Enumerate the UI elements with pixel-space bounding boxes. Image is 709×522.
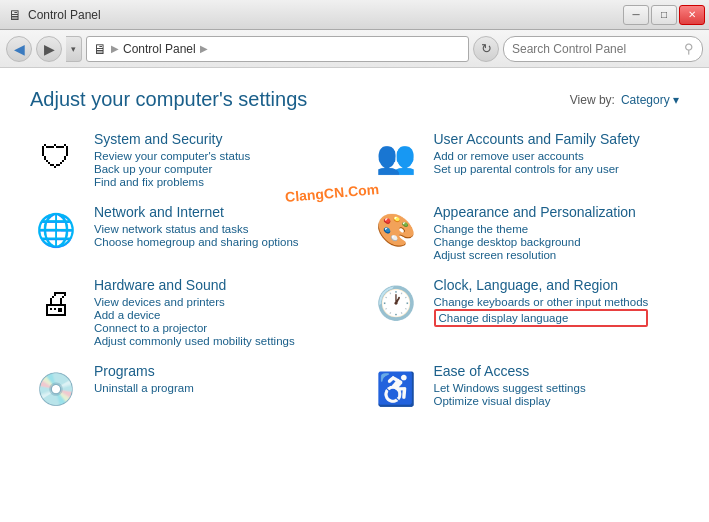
category-link-appearance[interactable]: Adjust screen resolution bbox=[434, 249, 636, 261]
categories-grid: 🛡System and SecurityReview your computer… bbox=[30, 131, 679, 415]
category-link-hardware-sound[interactable]: View devices and printers bbox=[94, 296, 295, 308]
category-title-ease-of-access[interactable]: Ease of Access bbox=[434, 363, 586, 379]
category-link-hardware-sound[interactable]: Adjust commonly used mobility settings bbox=[94, 335, 295, 347]
category-title-appearance[interactable]: Appearance and Personalization bbox=[434, 204, 636, 220]
category-link-appearance[interactable]: Change desktop background bbox=[434, 236, 636, 248]
restore-button[interactable]: □ bbox=[651, 5, 677, 25]
forward-button[interactable]: ▶ bbox=[36, 36, 62, 62]
path-separator-1: ▶ bbox=[111, 43, 119, 54]
view-by-value[interactable]: Category ▾ bbox=[621, 93, 679, 107]
category-link-system-security[interactable]: Find and fix problems bbox=[94, 176, 250, 188]
category-link-clock-language[interactable]: Change display language bbox=[434, 309, 649, 327]
category-icon-network-internet: 🌐 bbox=[30, 204, 82, 256]
back-button[interactable]: ◀ bbox=[6, 36, 32, 62]
window-title: Control Panel bbox=[28, 8, 101, 22]
category-title-clock-language[interactable]: Clock, Language, and Region bbox=[434, 277, 649, 293]
category-link-appearance[interactable]: Change the theme bbox=[434, 223, 636, 235]
category-title-network-internet[interactable]: Network and Internet bbox=[94, 204, 299, 220]
category-icon-ease-of-access: ♿ bbox=[370, 363, 422, 415]
category-link-system-security[interactable]: Back up your computer bbox=[94, 163, 250, 175]
category-link-system-security[interactable]: Review your computer's status bbox=[94, 150, 250, 162]
category-item-hardware-sound: 🖨Hardware and SoundView devices and prin… bbox=[30, 277, 340, 347]
category-icon-user-accounts: 👥 bbox=[370, 131, 422, 183]
category-title-user-accounts[interactable]: User Accounts and Family Safety bbox=[434, 131, 640, 147]
category-link-network-internet[interactable]: View network status and tasks bbox=[94, 223, 299, 235]
category-link-hardware-sound[interactable]: Add a device bbox=[94, 309, 295, 321]
category-link-ease-of-access[interactable]: Optimize visual display bbox=[434, 395, 586, 407]
category-title-hardware-sound[interactable]: Hardware and Sound bbox=[94, 277, 295, 293]
title-bar: 🖥 Control Panel ─ □ ✕ bbox=[0, 0, 709, 30]
view-by-label: View by: bbox=[570, 93, 615, 107]
view-by-control: View by: Category ▾ bbox=[570, 93, 679, 107]
path-label: Control Panel bbox=[123, 42, 196, 56]
category-link-ease-of-access[interactable]: Let Windows suggest settings bbox=[434, 382, 586, 394]
window-icon: 🖥 bbox=[8, 7, 22, 23]
category-link-hardware-sound[interactable]: Connect to a projector bbox=[94, 322, 295, 334]
minimize-button[interactable]: ─ bbox=[623, 5, 649, 25]
category-item-network-internet: 🌐Network and InternetView network status… bbox=[30, 204, 340, 261]
category-link-clock-language[interactable]: Change keyboards or other input methods bbox=[434, 296, 649, 308]
category-title-programs[interactable]: Programs bbox=[94, 363, 194, 379]
category-icon-system-security: 🛡 bbox=[30, 131, 82, 183]
title-buttons: ─ □ ✕ bbox=[623, 5, 705, 25]
search-input[interactable] bbox=[512, 42, 680, 56]
search-box[interactable]: ⚲ bbox=[503, 36, 703, 62]
category-item-system-security: 🛡System and SecurityReview your computer… bbox=[30, 131, 340, 188]
category-icon-hardware-sound: 🖨 bbox=[30, 277, 82, 329]
category-item-user-accounts: 👥User Accounts and Family SafetyAdd or r… bbox=[370, 131, 680, 188]
category-item-programs: 💿ProgramsUninstall a program bbox=[30, 363, 340, 415]
title-bar-left: 🖥 Control Panel bbox=[8, 7, 101, 23]
close-button[interactable]: ✕ bbox=[679, 5, 705, 25]
category-icon-programs: 💿 bbox=[30, 363, 82, 415]
address-bar: ◀ ▶ ▾ 🖥 ▶ Control Panel ▶ ↻ ⚲ bbox=[0, 30, 709, 68]
category-link-network-internet[interactable]: Choose homegroup and sharing options bbox=[94, 236, 299, 248]
path-computer-icon: 🖥 bbox=[93, 41, 107, 57]
category-item-ease-of-access: ♿Ease of AccessLet Windows suggest setti… bbox=[370, 363, 680, 415]
category-link-user-accounts[interactable]: Set up parental controls for any user bbox=[434, 163, 640, 175]
category-item-clock-language: 🕐Clock, Language, and RegionChange keybo… bbox=[370, 277, 680, 347]
category-icon-clock-language: 🕐 bbox=[370, 277, 422, 329]
category-link-programs[interactable]: Uninstall a program bbox=[94, 382, 194, 394]
address-path[interactable]: 🖥 ▶ Control Panel ▶ bbox=[86, 36, 469, 62]
page-title: Adjust your computer's settings bbox=[30, 88, 307, 111]
main-content: Adjust your computer's settings View by:… bbox=[0, 68, 709, 522]
path-separator-2: ▶ bbox=[200, 43, 208, 54]
refresh-button[interactable]: ↻ bbox=[473, 36, 499, 62]
category-link-user-accounts[interactable]: Add or remove user accounts bbox=[434, 150, 640, 162]
category-title-system-security[interactable]: System and Security bbox=[94, 131, 250, 147]
search-icon[interactable]: ⚲ bbox=[684, 41, 694, 56]
page-header: Adjust your computer's settings View by:… bbox=[30, 88, 679, 111]
category-item-appearance: 🎨Appearance and PersonalizationChange th… bbox=[370, 204, 680, 261]
nav-dropdown-button[interactable]: ▾ bbox=[66, 36, 82, 62]
category-icon-appearance: 🎨 bbox=[370, 204, 422, 256]
